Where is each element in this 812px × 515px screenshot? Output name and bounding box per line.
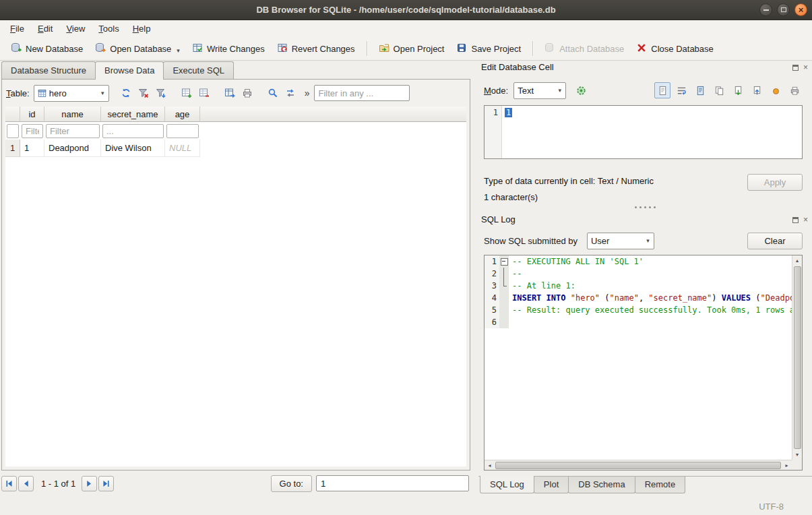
menu-tools[interactable]: Tools [92,22,125,36]
column-header-name[interactable]: name [44,107,101,122]
import-from-file-button[interactable] [730,82,746,98]
scroll-right-icon[interactable]: ▸ [782,460,792,471]
filter-input-id[interactable] [22,124,43,138]
open-database-button[interactable]: Open Database ▾ [90,39,185,59]
menu-file[interactable]: File [4,22,30,36]
goto-button[interactable]: Go to: [271,475,312,492]
record-position-text: 1 - 1 of 1 [41,479,75,489]
cell-secret-name[interactable]: Dive Wilson [101,140,165,157]
maximize-button[interactable] [777,3,790,16]
scrollbar-thumb[interactable] [794,266,801,449]
close-dock-icon[interactable]: × [803,63,808,71]
export-table-button[interactable] [221,85,239,101]
sql-plain: ) [712,293,721,303]
first-record-button[interactable] [1,476,17,491]
cell-name[interactable]: Deadpond [44,140,101,157]
goto-input[interactable] [316,475,469,491]
copy-button[interactable] [711,82,727,98]
float-dock-icon[interactable] [792,65,799,71]
revert-changes-button[interactable]: Revert Changes [272,39,361,59]
menu-edit[interactable]: Edit [32,22,59,36]
line-number: 1 [485,255,499,268]
new-record-button[interactable] [178,85,195,101]
dock-tab-plot[interactable]: Plot [534,477,569,493]
print-cell-button[interactable] [786,82,803,98]
horizontal-scrollbar[interactable]: ◂ ▸ [485,460,792,470]
cell-age[interactable]: NULL [165,140,200,157]
revert-changes-label: Revert Changes [292,44,355,54]
word-wrap-button[interactable] [673,82,689,98]
close-database-icon [636,42,647,55]
table-row[interactable]: 11DeadpondDive WilsonNULL [5,140,466,157]
save-filter-button[interactable] [152,85,170,101]
save-project-button[interactable]: Save Project [451,39,526,59]
grid-body: 11DeadpondDive WilsonNULL [5,140,466,157]
sql-log-view[interactable]: 1-- EXECUTING ALL IN 'SQL 1'2--3-- At li… [484,255,803,471]
column-header-id[interactable]: id [20,107,44,122]
clear-log-button[interactable]: Clear [747,233,803,249]
filter-input-name[interactable] [46,124,100,138]
set-null-button[interactable] [768,82,784,98]
title-bar[interactable]: DB Browser for SQLite - /home/user/code/… [0,0,812,20]
cell-id[interactable]: 1 [20,140,44,157]
scrollbar-thumb[interactable] [495,462,781,469]
set-null-icon [771,86,781,96]
cell-editor[interactable]: 1 1 [484,105,803,159]
scroll-left-icon[interactable]: ◂ [485,460,495,471]
dock-splitter-handle[interactable] [478,206,812,208]
toolbar-overflow-icon[interactable]: » [305,88,310,98]
dock-tab-remote[interactable]: Remote [635,477,686,493]
filter-cell-secret-name [101,123,165,140]
export-to-file-icon [752,86,762,96]
fold-minus-icon[interactable] [499,255,509,268]
open-project-button[interactable]: Open Project [373,39,450,59]
sql-plain: ( [600,293,609,303]
vertical-scrollbar[interactable]: ▴ ▾ [792,255,802,460]
scroll-up-icon[interactable]: ▴ [792,255,803,266]
close-dock-icon[interactable]: × [803,216,808,224]
tab-browse-data[interactable]: Browse Data [95,61,164,80]
column-header-age[interactable]: age [165,107,200,122]
tab-database-structure[interactable]: Database Structure [1,61,96,79]
row-number[interactable]: 1 [5,140,20,157]
fold-line-icon[interactable] [499,268,509,280]
table-combobox[interactable]: hero ▾ [34,85,109,102]
text-view-button[interactable] [654,82,670,98]
delete-record-button[interactable] [195,85,213,101]
print-table-button[interactable] [239,85,256,101]
clear-filters-button[interactable] [135,85,152,101]
filter-input-secret-name[interactable] [102,124,164,138]
menu-view[interactable]: View [60,22,91,36]
minimize-button[interactable] [759,3,772,16]
fold-end-icon[interactable] [499,280,509,292]
menu-help[interactable]: Help [127,22,157,36]
mode-combobox[interactable]: Text ▾ [513,82,566,99]
find-button[interactable] [264,85,282,101]
refresh-button[interactable] [117,85,135,101]
open-database-dropdown-icon[interactable]: ▾ [177,43,180,54]
replace-button[interactable] [282,85,299,101]
close-button[interactable]: × [794,3,807,16]
float-dock-icon[interactable] [792,217,799,223]
table-label: Table: [6,88,30,98]
code-text: INSERT INTO "hero" ("name", "secret_name… [509,292,792,304]
data-grid[interactable]: idnamesecret_nameage 11DeadpondDive Wils… [5,107,466,466]
dock-tab-sql-log[interactable]: SQL Log [480,476,534,493]
new-database-button[interactable]: New Database [5,39,88,59]
last-record-button[interactable] [98,476,114,491]
scroll-down-icon[interactable]: ▾ [792,450,803,460]
previous-record-button[interactable] [18,476,34,491]
export-to-file-button[interactable] [749,82,765,98]
dock-tab-db-schema[interactable]: DB Schema [568,477,635,493]
main-tab-bar: Database StructureBrowse DataExecute SQL [1,61,233,79]
write-changes-button[interactable]: Write Changes [187,39,270,59]
close-database-button[interactable]: Close Database [631,39,719,59]
mode-settings-button[interactable] [573,82,589,98]
next-record-button[interactable] [82,476,97,491]
column-header-secret-name[interactable]: secret_name [101,107,165,122]
filter-input-age[interactable] [166,124,199,138]
open-in-editor-button[interactable] [692,82,708,98]
filter-any-input[interactable] [314,85,410,101]
sql-submitter-combobox[interactable]: User ▾ [587,233,654,249]
tab-execute-sql[interactable]: Execute SQL [163,61,234,79]
